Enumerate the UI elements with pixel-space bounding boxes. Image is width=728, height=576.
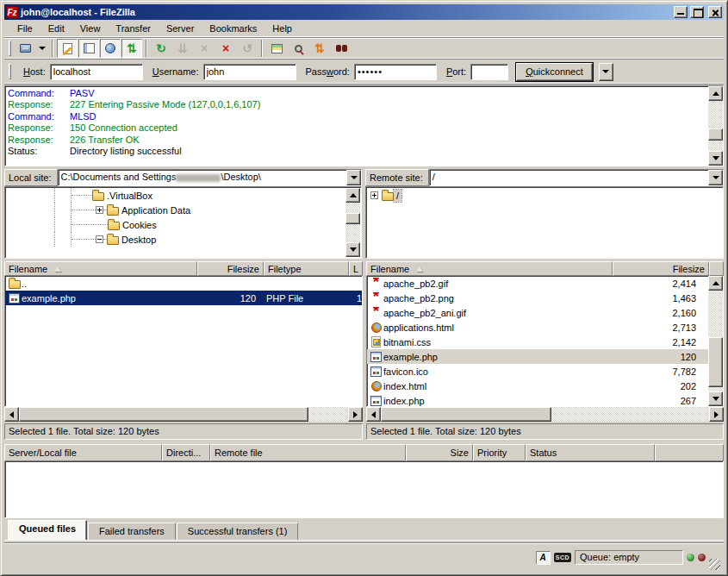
column-header-priority[interactable]: Priority [473,444,526,461]
menu-file[interactable]: File [9,22,40,35]
resize-grip[interactable] [709,559,720,570]
file-row[interactable]: favicon.ico 7,782 [367,364,723,379]
quickconnect-dropdown-button[interactable] [599,63,613,81]
menu-edit[interactable]: Edit [40,22,72,35]
scroll-right-button[interactable] [348,407,363,422]
close-button[interactable] [708,6,722,18]
reconnect-button[interactable]: ↺ [237,39,258,58]
synchronized-browsing-button[interactable]: ⇅ [309,39,330,58]
column-header-remote-file[interactable]: Remote file [210,444,406,461]
tree-item-root[interactable]: / [367,188,707,203]
file-row[interactable]: bitnami.css 2,142 [367,335,723,349]
site-manager-dropdown-button[interactable] [36,39,48,58]
file-row-parent-dir[interactable]: .. [5,276,362,291]
password-input[interactable] [354,64,437,80]
expand-icon[interactable] [370,191,378,199]
directory-comparison-button[interactable] [288,39,308,58]
file-row-example-php[interactable]: example.php 120 PHP File 1 [5,291,362,305]
scroll-right-button[interactable] [709,407,724,422]
quickconnect-button[interactable]: Quickconnect [516,63,593,81]
tree-item-application-data[interactable]: Application Data [6,203,345,217]
scroll-left-button[interactable] [4,407,19,422]
scroll-track[interactable] [19,407,348,422]
menu-view[interactable]: View [72,22,109,35]
scroll-up-button[interactable] [708,276,723,291]
cancel-operation-button[interactable]: × [194,39,215,58]
quickconnect-grip[interactable] [9,64,11,79]
column-header-filetype[interactable]: Filetype [264,261,349,276]
menu-server[interactable]: Server [159,22,202,35]
menu-transfer[interactable]: Transfer [108,22,159,35]
toggle-message-log-button[interactable] [57,39,78,58]
toggle-local-tree-button[interactable] [78,39,99,58]
local-tree-vertical-scrollbar[interactable] [345,188,360,257]
scroll-left-button[interactable] [366,407,381,422]
file-row[interactable]: index.php 267 [367,393,723,407]
remote-list-horizontal-scrollbar[interactable] [366,407,724,422]
transfer-type-indicator-icon[interactable]: A [536,551,551,565]
column-header-filename[interactable]: Filename [366,261,613,276]
scroll-track[interactable] [381,407,709,422]
refresh-button[interactable]: ↻ [151,39,171,58]
username-input[interactable] [203,64,296,80]
host-input[interactable] [50,64,143,80]
arrow-left-icon [371,411,376,418]
remote-list-vertical-scrollbar[interactable] [708,276,723,406]
scroll-thumb[interactable] [381,407,551,422]
column-header-lastmodified[interactable]: L [349,261,363,276]
scroll-thumb[interactable] [19,407,308,422]
scroll-track[interactable] [708,101,723,151]
find-files-button[interactable] [331,39,352,58]
file-row-example-php[interactable]: example.php 120 [367,349,723,364]
tree-item-cookies[interactable]: Cookies [6,217,345,232]
local-path-combo[interactable]: C:\Documents and Settings\Desktop\ [58,169,362,186]
scroll-thumb[interactable] [708,128,723,141]
file-row[interactable]: * apache_pb2.png 1,463 [367,291,723,305]
file-row[interactable]: applications.html 2,713 [367,320,723,335]
maximize-button[interactable] [690,6,704,18]
column-header-size[interactable]: Size [406,444,473,461]
log-vertical-scrollbar[interactable] [708,86,723,166]
port-input[interactable] [470,64,508,80]
scroll-up-button[interactable] [708,86,723,101]
column-header-filename[interactable]: Filename [4,261,197,276]
column-header-direction[interactable]: Directi... [162,444,210,461]
scroll-track[interactable] [708,291,723,391]
file-row[interactable]: index.html 202 [367,379,723,393]
toolbar-grip[interactable] [9,41,11,56]
local-list-horizontal-scrollbar[interactable] [4,407,363,422]
scroll-down-button[interactable] [345,242,360,257]
remote-path-dropdown-button[interactable] [708,170,723,185]
menu-bookmarks[interactable]: Bookmarks [202,22,264,35]
menu-help[interactable]: Help [264,22,300,35]
scroll-track[interactable] [345,203,360,242]
speed-limit-icon[interactable]: SCD [554,553,571,562]
local-path-dropdown-button[interactable] [346,170,361,185]
column-header-filesize[interactable]: Filesize [613,261,709,276]
tab-failed-transfers[interactable]: Failed transfers [88,523,176,540]
site-manager-button[interactable] [15,39,35,58]
column-header-server-local-file[interactable]: Server/Local file [4,444,162,461]
column-header-filesize[interactable]: Filesize [197,261,264,276]
scroll-thumb[interactable] [708,337,723,388]
process-queue-button[interactable]: ⇊ [172,39,193,58]
tree-item-virtualbox[interactable]: .VirtualBox [6,188,345,203]
file-row[interactable]: * apache_pb2_ani.gif 2,160 [367,305,723,320]
file-row[interactable]: * apache_pb2.gif 2,414 [367,276,723,291]
remote-path-combo[interactable]: / [429,169,724,186]
scroll-down-button[interactable] [708,151,723,166]
collapse-icon[interactable] [96,235,103,243]
minimize-button[interactable] [674,6,688,18]
scroll-down-button[interactable] [708,391,723,406]
expand-icon[interactable] [96,206,103,214]
scroll-up-button[interactable] [345,188,360,203]
tab-successful-transfers[interactable]: Successful transfers (1) [177,523,299,540]
toggle-transfer-queue-button[interactable]: ⇅ [121,39,142,58]
toggle-remote-tree-button[interactable] [100,39,121,58]
column-header-status[interactable]: Status [526,444,655,461]
filter-button[interactable] [266,39,287,58]
tree-item-desktop[interactable]: Desktop [6,232,345,247]
disconnect-button[interactable]: × [215,39,236,58]
scroll-thumb[interactable] [345,213,360,224]
tab-queued-files[interactable]: Queued files [8,520,87,540]
